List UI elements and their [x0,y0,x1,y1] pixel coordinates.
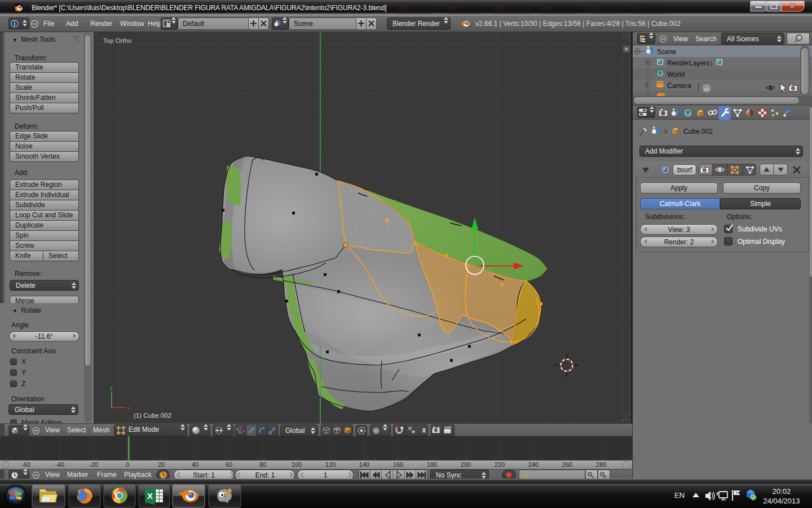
svg-text:80: 80 [259,461,266,468]
svg-text:-20: -20 [89,461,98,468]
svg-text:Scene: Scene [657,48,676,56]
svg-text:0: 0 [126,461,129,468]
svg-text:40: 40 [192,461,198,468]
svg-text:240: 240 [528,461,539,468]
svg-text:Cube.002: Cube.002 [683,128,713,135]
svg-text:Camera: Camera [667,82,691,90]
svg-text:x: x [127,405,130,411]
svg-text:X: X [147,491,153,501]
svg-text:y: y [110,385,113,391]
svg-text:-60: -60 [21,461,30,468]
svg-text:120: 120 [325,461,336,468]
svg-text:180: 180 [427,461,437,468]
svg-text:20: 20 [158,461,165,468]
svg-text:i: i [14,21,16,27]
svg-text:60: 60 [226,461,232,468]
svg-text:|: | [710,59,712,67]
svg-text:100: 100 [292,461,302,468]
svg-text:160: 160 [393,461,403,468]
svg-text:World: World [667,71,685,78]
svg-text:-40: -40 [55,461,64,468]
svg-text:EN: EN [674,491,685,500]
svg-text:140: 140 [359,461,369,468]
svg-text:280: 280 [596,461,606,468]
svg-text:24/04/2013: 24/04/2013 [763,497,800,505]
svg-text:260: 260 [562,461,572,468]
svg-text:RenderLayers: RenderLayers [667,59,709,67]
svg-text:X: X [790,2,795,10]
svg-text:(1) Cube.002: (1) Cube.002 [134,412,171,419]
svg-text:200: 200 [461,461,471,468]
svg-text:20:02: 20:02 [773,487,791,496]
svg-text:Top Ortho: Top Ortho [103,37,132,44]
svg-text:|: | [698,82,699,90]
svg-text:220: 220 [495,461,505,468]
